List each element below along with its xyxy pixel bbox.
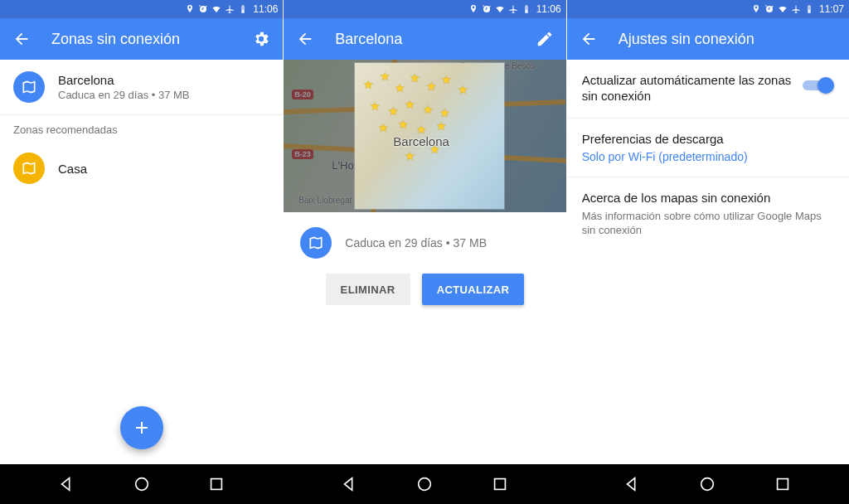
location-icon bbox=[468, 4, 478, 14]
recommended-texts: Casa bbox=[58, 162, 87, 176]
map-preview[interactable]: Sant Adrià de Besòs L'Hospitalet de Llob… bbox=[284, 60, 565, 212]
svg-point-2 bbox=[419, 478, 431, 491]
battery-icon bbox=[522, 4, 531, 14]
map-icon bbox=[21, 79, 37, 95]
update-button[interactable]: ACTUALIZAR bbox=[422, 274, 525, 305]
map-avatar bbox=[13, 71, 45, 103]
recommended-title: Casa bbox=[58, 162, 87, 176]
appbar-title: Ajustes sin conexión bbox=[619, 31, 842, 48]
setting-title: Preferencias de descarga bbox=[582, 132, 834, 148]
setting-download-prefs[interactable]: Preferencias de descarga Solo por Wi-Fi … bbox=[567, 119, 849, 178]
delete-button[interactable]: ELIMINAR bbox=[326, 274, 410, 305]
nav-home-icon[interactable] bbox=[698, 475, 716, 493]
map-icon bbox=[308, 235, 324, 251]
offline-area-subtitle: Caduca en 29 días • 37 MB bbox=[58, 89, 189, 101]
arrow-back-icon bbox=[12, 30, 31, 48]
setting-subtitle: Más información sobre cómo utilizar Goog… bbox=[582, 210, 834, 238]
appbar-title: Barcelona bbox=[335, 31, 529, 48]
setting-about-offline[interactable]: Acerca de los mapas sin conexión Más inf… bbox=[567, 177, 849, 251]
wifi-icon bbox=[778, 4, 788, 14]
settings-button[interactable] bbox=[246, 24, 276, 54]
auto-update-switch[interactable] bbox=[803, 76, 834, 94]
airplane-icon bbox=[508, 4, 518, 14]
status-bar: 11:06 bbox=[0, 0, 283, 18]
nav-home-icon[interactable] bbox=[415, 475, 434, 493]
nav-back-icon[interactable] bbox=[623, 475, 641, 493]
nav-recent-icon[interactable] bbox=[207, 475, 226, 493]
pane-area-detail: 11:06 Barcelona Sant Adrià de Besòs L'Ho… bbox=[283, 0, 565, 464]
nav-recent-icon[interactable] bbox=[774, 475, 792, 493]
pane-offline-areas: 11:06 Zonas sin conexión Barcelona Caduc… bbox=[0, 0, 283, 464]
airplane-icon bbox=[791, 4, 801, 14]
nav-home-icon[interactable] bbox=[133, 475, 151, 493]
app-bar: Zonas sin conexión bbox=[0, 18, 283, 60]
map-selection-window: Barcelona ★ ★ ★ ★ ★ ★ ★ ★ ★ ★ ★ ★ ★ ★ ★ … bbox=[355, 63, 504, 209]
svg-rect-1 bbox=[211, 479, 222, 490]
appbar-title: Zonas sin conexión bbox=[51, 31, 246, 48]
battery-icon bbox=[238, 4, 248, 14]
android-nav-bar bbox=[0, 464, 849, 504]
alarm-icon bbox=[482, 4, 492, 14]
back-button[interactable] bbox=[574, 24, 604, 54]
svg-rect-3 bbox=[494, 479, 505, 490]
status-bar: 11:06 bbox=[284, 0, 565, 18]
edit-button[interactable] bbox=[530, 24, 560, 54]
arrow-back-icon bbox=[296, 30, 314, 48]
recommended-item[interactable]: Casa bbox=[0, 141, 283, 196]
offline-area-texts: Barcelona Caduca en 29 días • 37 MB bbox=[58, 73, 189, 101]
location-icon bbox=[751, 4, 761, 14]
status-time: 11:07 bbox=[819, 3, 844, 15]
app-bar: Ajustes sin conexión bbox=[567, 18, 849, 60]
place-label: Barcelona bbox=[393, 134, 449, 148]
nav-back-icon[interactable] bbox=[340, 475, 358, 493]
nav-back-icon[interactable] bbox=[57, 475, 75, 493]
back-button[interactable] bbox=[290, 24, 320, 54]
svg-rect-5 bbox=[778, 479, 788, 490]
setting-auto-update[interactable]: Actualizar automáticamente las zonas sin… bbox=[567, 60, 849, 119]
recommended-header: Zonas recomendadas bbox=[0, 114, 283, 141]
offline-area-title: Barcelona bbox=[58, 73, 189, 87]
status-bar: 11:07 bbox=[567, 0, 849, 18]
offline-area-item[interactable]: Barcelona Caduca en 29 días • 37 MB bbox=[0, 60, 283, 114]
plus-icon bbox=[132, 418, 152, 438]
back-button[interactable] bbox=[7, 24, 36, 54]
download-subtitle: Caduca en 29 días • 37 MB bbox=[345, 236, 487, 250]
pane-offline-settings: 11:07 Ajustes sin conexión Actualizar au… bbox=[566, 0, 849, 464]
app-bar: Barcelona bbox=[284, 18, 565, 60]
alarm-icon bbox=[764, 4, 774, 14]
gear-icon bbox=[252, 30, 270, 48]
pencil-icon bbox=[536, 30, 554, 48]
location-icon bbox=[185, 4, 195, 14]
map-icon bbox=[21, 160, 37, 177]
battery-icon bbox=[804, 4, 814, 14]
wifi-icon bbox=[211, 4, 221, 14]
map-avatar bbox=[300, 227, 332, 259]
wifi-icon bbox=[495, 4, 505, 14]
map-avatar bbox=[13, 153, 45, 184]
arrow-back-icon bbox=[580, 30, 598, 48]
status-time: 11:06 bbox=[253, 3, 278, 15]
setting-title: Actualizar automáticamente las zonas sin… bbox=[582, 73, 793, 104]
alarm-icon bbox=[198, 4, 208, 14]
setting-value: Solo por Wi-Fi (predeterminado) bbox=[582, 150, 834, 163]
svg-point-4 bbox=[701, 478, 714, 491]
status-time: 11:06 bbox=[536, 3, 561, 15]
download-info-row: Caduca en 29 días • 37 MB bbox=[284, 212, 565, 270]
fab-add-area[interactable] bbox=[120, 406, 163, 449]
setting-title: Acerca de los mapas sin conexión bbox=[582, 191, 834, 206]
svg-point-0 bbox=[135, 478, 148, 491]
nav-recent-icon[interactable] bbox=[491, 475, 509, 493]
airplane-icon bbox=[225, 4, 235, 14]
action-buttons: ELIMINAR ACTUALIZAR bbox=[284, 270, 565, 305]
